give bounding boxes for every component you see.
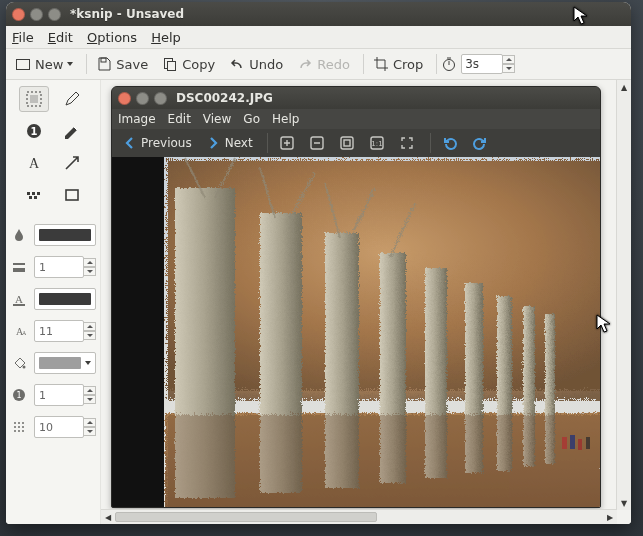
image-viewer-window: DSC00242.JPG Image Edit View Go Help Pre… xyxy=(111,86,601,508)
save-button[interactable]: Save xyxy=(91,54,153,74)
minimize-icon[interactable] xyxy=(136,92,149,105)
svg-point-33 xyxy=(22,430,24,432)
delay-stepper[interactable] xyxy=(502,55,515,73)
rotate-left-button[interactable] xyxy=(437,133,464,154)
tool-pen[interactable] xyxy=(57,86,87,112)
svg-text:1: 1 xyxy=(31,126,38,137)
tool-marker[interactable] xyxy=(57,118,87,144)
zoom-in-icon xyxy=(279,135,296,152)
chevron-down-icon xyxy=(67,62,73,66)
menu-edit[interactable]: Edit xyxy=(48,30,73,45)
copy-label: Copy xyxy=(182,57,215,72)
inner-menubar: Image Edit View Go Help xyxy=(112,109,600,129)
inner-window-title: DSC00242.JPG xyxy=(176,91,273,105)
font-size-field[interactable]: 11 xyxy=(34,320,84,342)
redo-button[interactable]: Redo xyxy=(292,54,355,74)
maximize-icon[interactable] xyxy=(154,92,167,105)
titlebar[interactable]: *ksnip - Unsaved xyxy=(6,2,631,26)
grid-field[interactable]: 10 xyxy=(34,416,84,438)
zoom-in-button[interactable] xyxy=(274,133,301,154)
crop-button[interactable]: Crop xyxy=(368,54,428,74)
stroke-width-field[interactable]: 1 xyxy=(34,256,84,278)
scroll-left-icon[interactable]: ◀ xyxy=(101,510,115,524)
zoom-out-icon xyxy=(309,135,326,152)
inner-menu-go[interactable]: Go xyxy=(243,112,260,126)
svg-rect-1 xyxy=(101,58,106,62)
vertical-scrollbar[interactable]: ▲ ▼ xyxy=(616,80,631,510)
image-content xyxy=(112,157,600,507)
previous-button[interactable]: Previous xyxy=(116,133,197,154)
inner-menu-help[interactable]: Help xyxy=(272,112,299,126)
zoom-100-icon: 1:1 xyxy=(369,135,386,152)
svg-point-28 xyxy=(14,426,16,428)
inner-toolbar: Previous Next xyxy=(112,129,600,158)
zoom-out-button[interactable] xyxy=(304,133,331,154)
rotate-right-button[interactable] xyxy=(467,133,494,154)
font-color-field[interactable] xyxy=(34,288,96,310)
grid-stepper[interactable] xyxy=(83,418,96,436)
inner-menu-edit[interactable]: Edit xyxy=(168,112,191,126)
save-icon xyxy=(96,56,112,72)
tool-text[interactable]: A xyxy=(19,150,49,176)
svg-point-31 xyxy=(14,430,16,432)
tool-select[interactable] xyxy=(19,86,49,112)
grid-value: 10 xyxy=(39,421,53,434)
bucket-icon xyxy=(10,356,28,370)
zoom-fit-button[interactable] xyxy=(334,133,361,154)
svg-point-26 xyxy=(18,422,20,424)
step-down-icon[interactable] xyxy=(502,64,515,73)
svg-point-30 xyxy=(22,426,24,428)
fill-color-field[interactable] xyxy=(34,352,96,374)
svg-rect-14 xyxy=(34,196,37,199)
stroke-width-value: 1 xyxy=(39,261,46,274)
delay-input[interactable]: 3s xyxy=(461,54,503,74)
next-button[interactable]: Next xyxy=(200,133,258,154)
close-icon[interactable] xyxy=(12,8,25,21)
step-up-icon[interactable] xyxy=(502,55,515,64)
svg-rect-57 xyxy=(164,412,600,507)
canvas[interactable]: DSC00242.JPG Image Edit View Go Help Pre… xyxy=(101,80,631,524)
fullscreen-button[interactable] xyxy=(394,133,421,154)
chevron-down-icon xyxy=(85,361,91,365)
svg-rect-12 xyxy=(37,192,40,195)
stroke-width-stepper[interactable] xyxy=(83,258,96,276)
stroke-color-field[interactable] xyxy=(34,224,96,246)
menu-options[interactable]: Options xyxy=(87,30,137,45)
font-size-stepper[interactable] xyxy=(83,322,96,340)
svg-point-25 xyxy=(14,422,16,424)
inner-titlebar[interactable]: DSC00242.JPG xyxy=(112,87,600,109)
svg-point-29 xyxy=(18,426,20,428)
font-size-icon: AA xyxy=(10,324,28,338)
scroll-down-icon[interactable]: ▼ xyxy=(617,496,631,510)
svg-rect-3 xyxy=(168,62,176,71)
circle-number-icon: 1 xyxy=(10,388,28,402)
undo-button[interactable]: Undo xyxy=(224,54,288,74)
undo-label: Undo xyxy=(249,57,283,72)
obfuscate-stepper[interactable] xyxy=(83,386,96,404)
tool-arrow[interactable] xyxy=(57,150,87,176)
prop-font-size: AA 11 xyxy=(10,318,96,344)
inner-menu-image[interactable]: Image xyxy=(118,112,156,126)
obfuscate-field[interactable]: 1 xyxy=(34,384,84,406)
tool-blur[interactable] xyxy=(19,182,49,208)
scroll-up-icon[interactable]: ▲ xyxy=(617,80,631,94)
scrollbar-thumb[interactable] xyxy=(115,512,377,522)
font-size-value: 11 xyxy=(39,325,53,338)
copy-button[interactable]: Copy xyxy=(157,54,220,74)
tool-rect[interactable] xyxy=(57,182,87,208)
scroll-right-icon[interactable]: ▶ xyxy=(603,510,617,524)
minimize-icon[interactable] xyxy=(30,8,43,21)
zoom-100-button[interactable]: 1:1 xyxy=(364,133,391,154)
tool-number[interactable]: 1 xyxy=(19,118,49,144)
svg-text:A: A xyxy=(15,293,23,305)
horizontal-scrollbar[interactable]: ◀ ▶ xyxy=(101,509,617,524)
menu-file[interactable]: File xyxy=(12,30,34,45)
maximize-icon[interactable] xyxy=(48,8,61,21)
inner-menu-view[interactable]: View xyxy=(203,112,231,126)
close-icon[interactable] xyxy=(118,92,131,105)
new-label: New xyxy=(35,57,63,72)
menu-help[interactable]: Help xyxy=(151,30,181,45)
previous-label: Previous xyxy=(141,136,192,150)
prop-font-color: A xyxy=(10,286,96,312)
new-button[interactable]: New xyxy=(10,54,78,74)
